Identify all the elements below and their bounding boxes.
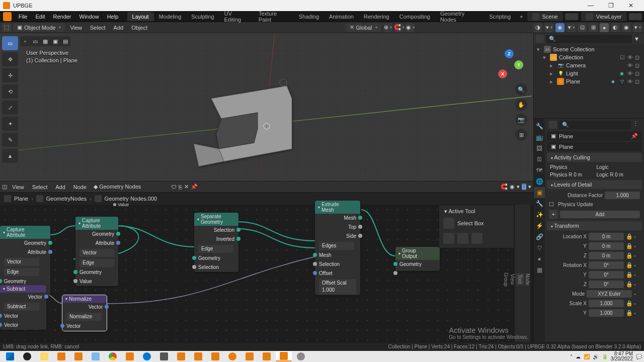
taskbar-app-8[interactable]: [207, 351, 223, 361]
ptab-physics[interactable]: ⚡: [534, 220, 545, 231]
node-sel[interactable]: ⊡: [522, 184, 526, 190]
tool-cursor[interactable]: ✥: [2, 52, 18, 66]
nodeeditor-type-icon[interactable]: ◫: [2, 184, 7, 190]
workspace-tab-sculpting[interactable]: Sculpting: [186, 12, 219, 21]
workspace-add-button[interactable]: +: [516, 14, 527, 20]
taskbar-obs[interactable]: [19, 351, 35, 361]
workspace-tab-scripting[interactable]: Scripting: [484, 12, 516, 21]
node-select-menu[interactable]: Select: [29, 183, 51, 191]
taskbar-app-7[interactable]: [190, 351, 206, 361]
ptab-world[interactable]: 🌐: [534, 176, 545, 187]
rot-y-field[interactable]: 0°: [589, 271, 624, 279]
proportional-toggle[interactable]: ◉: [406, 23, 415, 32]
scale-x-field[interactable]: 1.000: [589, 300, 624, 307]
menu-window[interactable]: Window: [75, 14, 103, 20]
filter-icon[interactable]: ▼: [634, 36, 642, 42]
taskbar-app-2[interactable]: [70, 351, 87, 361]
tray-battery-icon[interactable]: 🔋: [602, 354, 608, 359]
nav-gizmo[interactable]: Z Y X: [494, 49, 524, 79]
ptab-constraint[interactable]: 🔗: [534, 231, 545, 242]
taskbar-app-6[interactable]: [173, 351, 189, 361]
close-button[interactable]: ✕: [621, 2, 641, 9]
gizmo-x-axis[interactable]: X: [498, 69, 507, 78]
node-add-menu[interactable]: Add: [52, 183, 68, 191]
tool-annotate[interactable]: ✎: [2, 133, 18, 147]
props-search[interactable]: 🔍: [559, 121, 631, 129]
outliner-collection[interactable]: ▾▭Collection☑👁⊡: [536, 53, 642, 61]
physics-radius[interactable]: Physics R 0 m: [550, 172, 593, 177]
gizmo-z-axis[interactable]: Z: [505, 49, 514, 58]
lock-icon[interactable]: 🔒: [626, 233, 632, 240]
taskbar-app-3[interactable]: [88, 351, 104, 361]
zoom-icon[interactable]: 🔍: [515, 83, 527, 96]
props-options[interactable]: ⋮: [633, 121, 640, 129]
shading-wireframe[interactable]: ⊞: [589, 23, 598, 32]
tool-move[interactable]: ✢: [2, 68, 18, 82]
pin-button[interactable]: 📌: [191, 184, 198, 190]
shading-matprev[interactable]: ◐: [611, 23, 620, 32]
tray-chevron-icon[interactable]: ˄: [570, 354, 573, 359]
data-name-field[interactable]: ▣Plane: [547, 142, 642, 151]
outliner-scene-collection[interactable]: ▾▭Scene Collection: [536, 45, 642, 53]
outliner[interactable]: 🔍 ▼ ▾▭Scene Collection ▾▭Collection☑👁⊡ ▸…: [534, 33, 644, 119]
ptab-viewlayer[interactable]: 🖻: [534, 154, 545, 165]
overlays-toggle[interactable]: ◉: [555, 23, 565, 32]
tool-select-box[interactable]: ▭: [2, 36, 18, 50]
workspace-tab-geometrynodes[interactable]: Geometry Nodes: [435, 9, 484, 24]
maximize-button[interactable]: ❐: [601, 2, 621, 9]
section-transform[interactable]: Transform: [547, 221, 642, 230]
snap-toggle[interactable]: 🧲: [394, 23, 404, 32]
gizmo-y-axis[interactable]: Y: [514, 60, 523, 69]
selmode-edge[interactable]: ▭: [30, 36, 40, 46]
node-group-output[interactable]: Group Output Geometry: [395, 247, 440, 271]
taskbar-app-9[interactable]: [242, 351, 258, 361]
tool-scale[interactable]: ⤢: [2, 101, 18, 115]
start-button[interactable]: [2, 351, 18, 361]
pan-icon[interactable]: ✋: [515, 99, 527, 111]
workspace-tab-texturepaint[interactable]: Texture Paint: [254, 9, 294, 24]
outliner-light[interactable]: ▸💡Light◉👁⊡: [536, 69, 642, 77]
object-menu[interactable]: Object: [128, 24, 150, 32]
viewlayer-selector[interactable]: ViewLayer: [581, 12, 627, 21]
outliner-type-icon[interactable]: [536, 35, 544, 43]
taskbar-explorer[interactable]: [36, 351, 52, 361]
tab-tool[interactable]: Tool: [516, 274, 524, 285]
bc-tree[interactable]: Geometry Nodes.000: [105, 196, 157, 202]
gizmo-options[interactable]: ▾: [544, 23, 553, 32]
menu-render[interactable]: Render: [49, 14, 75, 20]
rot-z-field[interactable]: 0°: [589, 281, 624, 288]
node-node-menu[interactable]: Node: [70, 183, 90, 191]
3d-viewport[interactable]: ▫ ▭ ▦ ▣ ▤ ▭ ✥ ✢ ⟲ ⤢ ✦ ✎ ▲ User Perspecti…: [0, 33, 533, 182]
camera-icon[interactable]: 📷: [515, 114, 527, 126]
selmode-4[interactable]: ▣: [50, 36, 60, 46]
scale-y-field[interactable]: 1.000: [589, 309, 624, 317]
lod-add-icon[interactable]: +: [549, 210, 558, 219]
tray-notifications-icon[interactable]: 💬: [636, 354, 642, 359]
shading-options[interactable]: ▾: [633, 23, 642, 32]
taskbar-settings[interactable]: [293, 351, 309, 361]
taskbar-upbge-active[interactable]: [276, 351, 292, 361]
rot-mode-select[interactable]: XYZ Euler: [587, 290, 632, 298]
viewlayer-delete-button[interactable]: [635, 13, 642, 20]
pin-icon[interactable]: 📌: [631, 133, 638, 139]
selmode-icon-2[interactable]: [457, 233, 468, 244]
gizmo-toggle[interactable]: ◑: [533, 23, 542, 32]
ptab-output[interactable]: 🖼: [534, 143, 545, 154]
ptab-tool[interactable]: 🔧: [534, 121, 545, 132]
overlays-options[interactable]: ▾: [567, 23, 576, 32]
props-type-icon[interactable]: [549, 121, 557, 129]
loc-y-field[interactable]: 0 m: [589, 242, 624, 250]
menu-edit[interactable]: Edit: [31, 14, 49, 20]
workspace-tab-modeling[interactable]: Modeling: [154, 12, 187, 21]
logic-radius[interactable]: Logic R 0 m: [597, 172, 639, 177]
active-tool-header[interactable]: ▾ Active Tool: [441, 207, 512, 216]
menu-help[interactable]: Help: [103, 14, 123, 20]
node-sel-opts[interactable]: ▾: [528, 184, 531, 190]
workspace-tab-shading[interactable]: Shading: [294, 12, 324, 21]
section-lod[interactable]: Levels of Detail: [547, 180, 642, 189]
object-name-field[interactable]: ▣Plane📌: [547, 131, 642, 141]
outliner-search[interactable]: 🔍: [546, 35, 632, 43]
bc-modifier[interactable]: GeometryNodes: [46, 196, 87, 202]
taskbar-app-5[interactable]: [156, 351, 172, 361]
taskbar-blender[interactable]: [224, 351, 240, 361]
